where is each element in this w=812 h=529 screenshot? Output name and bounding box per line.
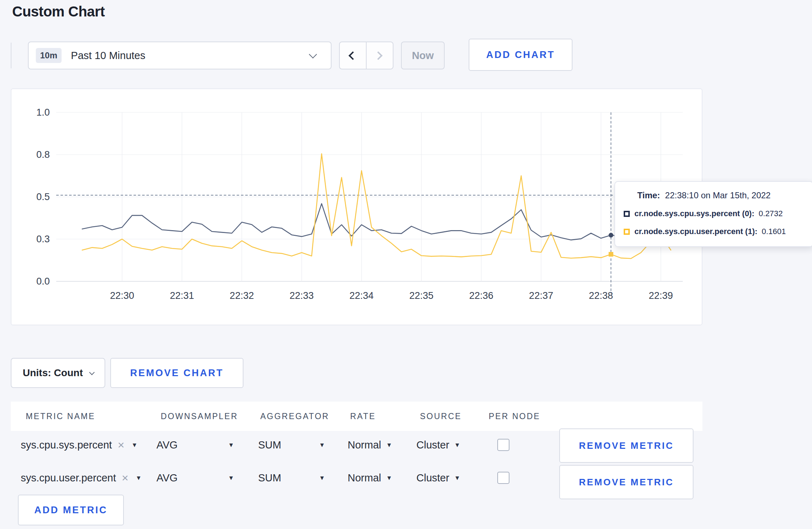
svg-text:0.5: 0.5 bbox=[36, 191, 50, 202]
source-select[interactable]: Cluster▼ bbox=[416, 472, 460, 484]
chart-hover-tooltip: Time:22:38:10 on Mar 15th, 2022 cr.node.… bbox=[614, 181, 812, 247]
per-node-cell bbox=[497, 472, 509, 484]
clear-metric-icon[interactable]: × bbox=[118, 438, 125, 452]
tooltip-sys-value: 0.2732 bbox=[759, 209, 783, 218]
svg-text:22:32: 22:32 bbox=[230, 290, 254, 301]
svg-text:22:33: 22:33 bbox=[290, 290, 314, 301]
caret-down-icon: ▼ bbox=[386, 442, 392, 448]
toolbar-divider bbox=[11, 43, 11, 68]
time-range-badge: 10m bbox=[36, 48, 62, 63]
cpu-percent-line-chart[interactable]: 0.00.30.50.81.022:3022:3122:3222:3322:34… bbox=[11, 89, 703, 326]
svg-text:22:37: 22:37 bbox=[529, 290, 554, 301]
metric-name-value: sys.cpu.user.percent bbox=[21, 472, 116, 484]
custom-chart-page: Custom Chart 10m Past 10 Minutes Now ADD… bbox=[0, 0, 812, 529]
per-node-checkbox[interactable] bbox=[497, 439, 509, 451]
remove-metric-button[interactable]: REMOVE METRIC bbox=[559, 465, 693, 499]
chevron-down-icon bbox=[309, 50, 317, 59]
source-select[interactable]: Cluster▼ bbox=[416, 439, 460, 451]
remove-chart-button[interactable]: REMOVE CHART bbox=[110, 358, 243, 388]
tooltip-sys-label: cr.node.sys.cpu.sys.percent (0): bbox=[634, 209, 754, 218]
downsampler-caret-icon[interactable]: ▼ bbox=[228, 475, 234, 481]
downsampler-caret-icon[interactable]: ▼ bbox=[228, 442, 234, 448]
aggregator-select[interactable]: SUM bbox=[258, 439, 281, 451]
svg-text:22:30: 22:30 bbox=[110, 290, 134, 301]
svg-text:22:39: 22:39 bbox=[649, 290, 673, 301]
svg-text:0.3: 0.3 bbox=[36, 234, 50, 244]
caret-down-icon[interactable]: ▼ bbox=[131, 442, 137, 448]
tooltip-user-value: 0.1601 bbox=[762, 227, 786, 236]
caret-down-icon: ▼ bbox=[386, 475, 392, 481]
header-source: SOURCE bbox=[420, 412, 461, 421]
per-node-checkbox[interactable] bbox=[497, 472, 509, 484]
units-dropdown[interactable]: Units: Count bbox=[11, 358, 105, 388]
caret-down-icon: ▼ bbox=[454, 442, 460, 448]
per-node-cell bbox=[497, 439, 509, 451]
tooltip-user-label: cr.node.sys.cpu.user.percent (1): bbox=[634, 227, 758, 236]
user-series-swatch-icon bbox=[624, 229, 630, 235]
chevron-down-icon bbox=[89, 369, 95, 375]
svg-text:22:31: 22:31 bbox=[170, 290, 194, 301]
units-label: Units: Count bbox=[23, 367, 83, 379]
tooltip-series-user-row: cr.node.sys.cpu.user.percent (1): 0.1601 bbox=[624, 227, 806, 236]
time-range-pager bbox=[339, 42, 393, 69]
add-metric-button[interactable]: ADD METRIC bbox=[18, 495, 124, 525]
time-range-dropdown[interactable]: 10m Past 10 Minutes bbox=[28, 42, 332, 69]
prev-range-button[interactable] bbox=[340, 42, 366, 69]
chart-card: 0.00.30.50.81.022:3022:3122:3222:3322:34… bbox=[11, 88, 702, 325]
rate-select[interactable]: Normal▼ bbox=[348, 472, 392, 484]
metric-name-value: sys.cpu.sys.percent bbox=[21, 439, 112, 451]
chevron-left-icon bbox=[348, 51, 357, 60]
caret-down-icon: ▼ bbox=[454, 475, 460, 481]
svg-text:1.0: 1.0 bbox=[36, 107, 50, 118]
now-button[interactable]: Now bbox=[401, 42, 445, 69]
caret-down-icon[interactable]: ▼ bbox=[136, 475, 142, 481]
downsampler-select[interactable]: AVG bbox=[156, 472, 178, 484]
svg-text:22:38: 22:38 bbox=[589, 290, 613, 301]
chevron-right-icon bbox=[374, 51, 382, 60]
svg-text:0.8: 0.8 bbox=[36, 149, 50, 160]
svg-text:22:34: 22:34 bbox=[349, 290, 374, 301]
next-range-button[interactable] bbox=[366, 42, 393, 69]
svg-text:22:35: 22:35 bbox=[409, 290, 434, 301]
remove-metric-button[interactable]: REMOVE METRIC bbox=[559, 428, 693, 463]
header-per-node: PER NODE bbox=[489, 412, 540, 421]
aggregator-caret-icon[interactable]: ▼ bbox=[319, 442, 325, 448]
clear-metric-icon[interactable]: × bbox=[122, 471, 129, 485]
header-downsampler: DOWNSAMPLER bbox=[161, 412, 238, 421]
aggregator-select[interactable]: SUM bbox=[258, 472, 281, 484]
add-chart-button[interactable]: ADD CHART bbox=[469, 39, 572, 71]
page-title: Custom Chart bbox=[12, 4, 105, 20]
rate-select[interactable]: Normal▼ bbox=[348, 439, 392, 451]
metrics-table-header: METRIC NAME DOWNSAMPLER AGGREGATOR RATE … bbox=[11, 402, 702, 431]
svg-text:0.0: 0.0 bbox=[36, 276, 50, 287]
tooltip-time-row: Time:22:38:10 on Mar 15th, 2022 bbox=[637, 190, 806, 200]
metric-name-dropdown[interactable]: sys.cpu.sys.percent × ▼ bbox=[21, 438, 137, 452]
sys-series-swatch-icon bbox=[624, 211, 630, 217]
header-metric-name: METRIC NAME bbox=[26, 412, 95, 421]
header-rate: RATE bbox=[350, 412, 376, 421]
downsampler-select[interactable]: AVG bbox=[156, 439, 178, 451]
time-range-label: Past 10 Minutes bbox=[71, 50, 145, 62]
tooltip-time-label: Time: bbox=[637, 190, 660, 200]
header-aggregator: AGGREGATOR bbox=[260, 412, 329, 421]
aggregator-caret-icon[interactable]: ▼ bbox=[319, 475, 325, 481]
metric-name-dropdown[interactable]: sys.cpu.user.percent × ▼ bbox=[21, 471, 142, 485]
tooltip-time-value: 22:38:10 on Mar 15th, 2022 bbox=[665, 190, 771, 200]
svg-text:22:36: 22:36 bbox=[469, 290, 493, 301]
tooltip-series-sys-row: cr.node.sys.cpu.sys.percent (0): 0.2732 bbox=[624, 209, 806, 218]
